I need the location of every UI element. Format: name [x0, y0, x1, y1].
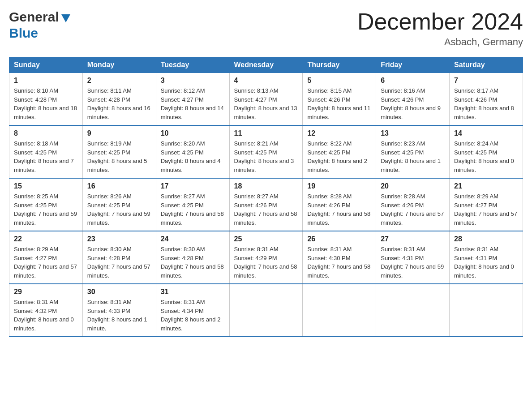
calendar-cell: 29 Sunrise: 8:31 AM Sunset: 4:32 PM Dayl…: [9, 284, 83, 337]
calendar-cell: 20 Sunrise: 8:28 AM Sunset: 4:26 PM Dayl…: [376, 178, 450, 231]
col-monday: Monday: [82, 57, 156, 73]
sunset-label: Sunset: 4:25 PM: [87, 149, 130, 156]
day-info: Sunrise: 8:30 AM Sunset: 4:28 PM Dayligh…: [161, 245, 225, 280]
daylight-label: Daylight: 7 hours and 57 minutes.: [87, 263, 150, 279]
day-number: 14: [454, 129, 518, 137]
day-info: Sunrise: 8:24 AM Sunset: 4:25 PM Dayligh…: [454, 139, 518, 174]
sunset-label: Sunset: 4:31 PM: [381, 255, 424, 261]
day-info: Sunrise: 8:11 AM Sunset: 4:28 PM Dayligh…: [87, 86, 151, 121]
calendar-cell: 17 Sunrise: 8:27 AM Sunset: 4:25 PM Dayl…: [156, 178, 229, 231]
day-info: Sunrise: 8:27 AM Sunset: 4:25 PM Dayligh…: [161, 192, 225, 227]
calendar-cell: 28 Sunrise: 8:31 AM Sunset: 4:31 PM Dayl…: [450, 231, 523, 284]
sunrise-label: Sunrise: 8:31 AM: [454, 246, 498, 253]
sunrise-label: Sunrise: 8:17 AM: [454, 87, 498, 94]
calendar-cell: 11 Sunrise: 8:21 AM Sunset: 4:25 PM Dayl…: [229, 125, 303, 178]
day-number: 31: [161, 288, 225, 296]
day-number: 11: [234, 129, 298, 137]
day-info: Sunrise: 8:26 AM Sunset: 4:25 PM Dayligh…: [87, 192, 151, 227]
day-info: Sunrise: 8:17 AM Sunset: 4:26 PM Dayligh…: [454, 86, 518, 121]
calendar-cell: 3 Sunrise: 8:12 AM Sunset: 4:27 PM Dayli…: [156, 73, 229, 126]
calendar-cell: [303, 284, 376, 337]
sunrise-label: Sunrise: 8:15 AM: [307, 87, 352, 94]
calendar-cell: 13 Sunrise: 8:23 AM Sunset: 4:25 PM Dayl…: [376, 125, 450, 178]
day-info: Sunrise: 8:31 AM Sunset: 4:32 PM Dayligh…: [14, 298, 78, 333]
day-number: 30: [87, 288, 151, 296]
sunset-label: Sunset: 4:30 PM: [307, 255, 350, 261]
day-info: Sunrise: 8:29 AM Sunset: 4:27 PM Dayligh…: [454, 192, 518, 227]
day-info: Sunrise: 8:27 AM Sunset: 4:26 PM Dayligh…: [234, 192, 298, 227]
daylight-label: Daylight: 8 hours and 0 minutes.: [14, 316, 74, 332]
sunset-label: Sunset: 4:27 PM: [454, 202, 497, 209]
calendar-cell: 15 Sunrise: 8:25 AM Sunset: 4:25 PM Dayl…: [9, 178, 83, 231]
daylight-label: Daylight: 7 hours and 58 minutes.: [234, 263, 297, 279]
calendar-cell: 27 Sunrise: 8:31 AM Sunset: 4:31 PM Dayl…: [376, 231, 450, 284]
sunrise-label: Sunrise: 8:22 AM: [307, 140, 352, 147]
calendar-cell: 25 Sunrise: 8:31 AM Sunset: 4:29 PM Dayl…: [229, 231, 303, 284]
col-thursday: Thursday: [303, 57, 376, 73]
calendar-subtitle: Asbach, Germany: [357, 36, 523, 48]
sunset-label: Sunset: 4:31 PM: [454, 255, 497, 261]
week-row-3: 15 Sunrise: 8:25 AM Sunset: 4:25 PM Dayl…: [9, 178, 523, 231]
day-info: Sunrise: 8:31 AM Sunset: 4:34 PM Dayligh…: [161, 298, 225, 333]
day-info: Sunrise: 8:21 AM Sunset: 4:25 PM Dayligh…: [234, 139, 298, 174]
sunrise-label: Sunrise: 8:30 AM: [161, 246, 205, 253]
week-row-2: 8 Sunrise: 8:18 AM Sunset: 4:25 PM Dayli…: [9, 125, 523, 178]
daylight-label: Daylight: 8 hours and 0 minutes.: [454, 263, 514, 279]
sunrise-label: Sunrise: 8:28 AM: [307, 193, 352, 200]
daylight-label: Daylight: 8 hours and 11 minutes.: [307, 105, 370, 120]
day-info: Sunrise: 8:31 AM Sunset: 4:31 PM Dayligh…: [454, 245, 518, 280]
calendar-cell: 10 Sunrise: 8:20 AM Sunset: 4:25 PM Dayl…: [156, 125, 229, 178]
sunset-label: Sunset: 4:27 PM: [234, 96, 277, 103]
sunset-label: Sunset: 4:26 PM: [307, 202, 350, 209]
col-wednesday: Wednesday: [229, 57, 303, 73]
calendar-cell: 14 Sunrise: 8:24 AM Sunset: 4:25 PM Dayl…: [450, 125, 523, 178]
day-number: 25: [234, 235, 298, 243]
calendar-cell: 26 Sunrise: 8:31 AM Sunset: 4:30 PM Dayl…: [303, 231, 376, 284]
sunset-label: Sunset: 4:26 PM: [454, 96, 497, 103]
day-number: 29: [14, 288, 78, 296]
day-number: 12: [307, 129, 371, 137]
calendar-cell: 8 Sunrise: 8:18 AM Sunset: 4:25 PM Dayli…: [9, 125, 83, 178]
day-number: 4: [234, 77, 298, 85]
day-number: 5: [307, 77, 371, 85]
header-row: Sunday Monday Tuesday Wednesday Thursday…: [9, 57, 523, 73]
calendar-cell: 19 Sunrise: 8:28 AM Sunset: 4:26 PM Dayl…: [303, 178, 376, 231]
sunset-label: Sunset: 4:25 PM: [161, 202, 204, 209]
day-number: 27: [381, 235, 445, 243]
daylight-label: Daylight: 8 hours and 7 minutes.: [14, 158, 74, 173]
sunset-label: Sunset: 4:28 PM: [14, 96, 57, 103]
daylight-label: Daylight: 7 hours and 58 minutes.: [161, 210, 224, 226]
day-number: 13: [381, 129, 445, 137]
day-number: 9: [87, 129, 151, 137]
day-number: 15: [14, 182, 78, 190]
sunset-label: Sunset: 4:25 PM: [14, 149, 57, 156]
calendar-cell: [229, 284, 303, 337]
day-info: Sunrise: 8:15 AM Sunset: 4:26 PM Dayligh…: [307, 86, 371, 121]
sunrise-label: Sunrise: 8:31 AM: [14, 299, 58, 305]
day-info: Sunrise: 8:10 AM Sunset: 4:28 PM Dayligh…: [14, 86, 78, 121]
day-number: 21: [454, 182, 518, 190]
calendar-cell: 30 Sunrise: 8:31 AM Sunset: 4:33 PM Dayl…: [82, 284, 156, 337]
daylight-label: Daylight: 7 hours and 57 minutes.: [381, 210, 444, 226]
sunset-label: Sunset: 4:33 PM: [87, 308, 130, 314]
daylight-label: Daylight: 7 hours and 57 minutes.: [454, 210, 517, 226]
week-row-1: 1 Sunrise: 8:10 AM Sunset: 4:28 PM Dayli…: [9, 73, 523, 126]
logo-blue-text: Blue: [9, 25, 70, 41]
daylight-label: Daylight: 8 hours and 1 minute.: [87, 316, 147, 332]
sunset-label: Sunset: 4:34 PM: [161, 308, 204, 314]
sunset-label: Sunset: 4:25 PM: [161, 149, 204, 156]
day-number: 22: [14, 235, 78, 243]
col-sunday: Sunday: [9, 57, 83, 73]
day-info: Sunrise: 8:31 AM Sunset: 4:33 PM Dayligh…: [87, 298, 151, 333]
daylight-label: Daylight: 8 hours and 0 minutes.: [454, 158, 514, 173]
daylight-label: Daylight: 8 hours and 2 minutes.: [307, 158, 367, 173]
daylight-label: Daylight: 8 hours and 4 minutes.: [161, 158, 221, 173]
sunset-label: Sunset: 4:26 PM: [234, 202, 277, 209]
calendar-cell: 21 Sunrise: 8:29 AM Sunset: 4:27 PM Dayl…: [450, 178, 523, 231]
daylight-label: Daylight: 8 hours and 3 minutes.: [234, 158, 294, 173]
week-row-4: 22 Sunrise: 8:29 AM Sunset: 4:27 PM Dayl…: [9, 231, 523, 284]
day-info: Sunrise: 8:18 AM Sunset: 4:25 PM Dayligh…: [14, 139, 78, 174]
calendar-cell: 12 Sunrise: 8:22 AM Sunset: 4:25 PM Dayl…: [303, 125, 376, 178]
day-number: 20: [381, 182, 445, 190]
calendar-cell: 6 Sunrise: 8:16 AM Sunset: 4:26 PM Dayli…: [376, 73, 450, 126]
